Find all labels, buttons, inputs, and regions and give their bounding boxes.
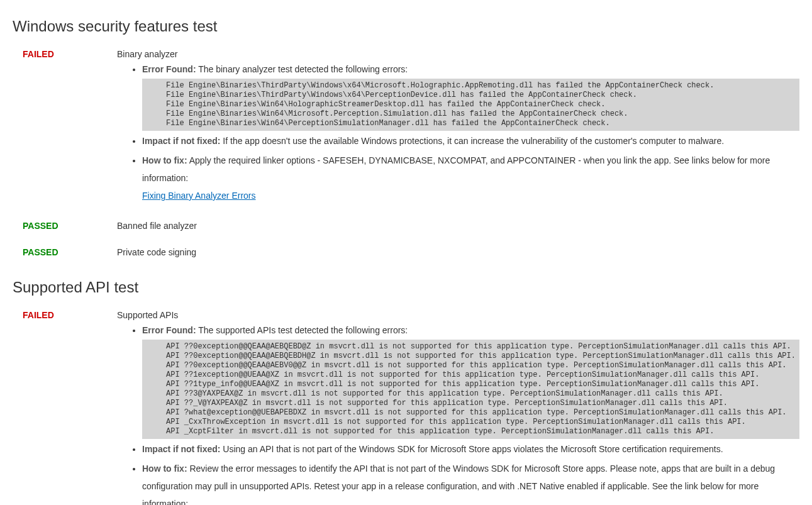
error-line: API _XcptFilter in msvcrt.dll is not sup… — [166, 427, 797, 436]
impact-item: Impact if not fixed: If the app doesn't … — [142, 135, 799, 148]
impact-label: Impact if not fixed: — [142, 444, 220, 454]
error-line: File Engine\Binaries\Win64\Microsoft.Per… — [166, 109, 797, 119]
impact-text: If the app doesn't use the available Win… — [220, 136, 724, 146]
impact-label: Impact if not fixed: — [142, 136, 220, 146]
error-line: File Engine\Binaries\ThirdParty\Windows\… — [166, 91, 797, 100]
how-to-fix-item: How to fix: Apply the required linker op… — [142, 152, 799, 204]
result-row: FAILEDSupported APIsError Found: The sup… — [13, 310, 799, 505]
test-name: Banned file analyzer — [117, 221, 799, 231]
fix-text: Apply the required linker options - SAFE… — [142, 155, 770, 183]
fix-text: Review the error messages to identify th… — [142, 463, 775, 505]
status-badge: PASSED — [13, 221, 117, 231]
error-text: The supported APIs test detected the fol… — [196, 325, 408, 335]
error-line: API ??0exception@@QEAA@AEBQEBDH@Z in msv… — [166, 352, 797, 361]
error-found-item: Error Found: The binary analyzer test de… — [142, 63, 799, 131]
error-line: API ??1type_info@@UEAA@XZ in msvcrt.dll … — [166, 380, 797, 389]
error-label: Error Found: — [142, 325, 196, 335]
error-line: API ??0exception@@QEAA@AEBV0@@Z in msvcr… — [166, 361, 797, 370]
error-line: API ?what@exception@@UEBAPEBDXZ in msvcr… — [166, 408, 797, 418]
status-badge: FAILED — [13, 310, 117, 320]
error-line: API ??0exception@@QEAA@AEBQEBD@Z in msvc… — [166, 342, 797, 352]
result-row: PASSEDBanned file analyzer — [13, 221, 799, 235]
status-badge: PASSED — [13, 247, 117, 257]
fix-link[interactable]: Fixing Binary Analyzer Errors — [142, 191, 256, 201]
error-line: File Engine\Binaries\ThirdParty\Windows\… — [166, 81, 797, 91]
section-title: Supported API test — [13, 279, 799, 296]
result-content: Binary analyzerError Found: The binary a… — [117, 49, 799, 208]
impact-text: Using an API that is not part of the Win… — [220, 444, 723, 454]
error-label: Error Found: — [142, 64, 196, 74]
error-line: File Engine\Binaries\Win64\PerceptionSim… — [166, 119, 797, 128]
error-line: API _CxxThrowException in msvcrt.dll is … — [166, 418, 797, 427]
result-content: Private code signing — [117, 247, 799, 261]
impact-item: Impact if not fixed: Using an API that i… — [142, 443, 799, 456]
result-row: PASSEDPrivate code signing — [13, 247, 799, 261]
result-content: Supported APIsError Found: The supported… — [117, 310, 799, 505]
error-line: API ??1exception@@UEAA@XZ in msvcrt.dll … — [166, 370, 797, 380]
error-code-block: File Engine\Binaries\ThirdParty\Windows\… — [142, 79, 799, 131]
fix-label: How to fix: — [142, 463, 187, 474]
error-text: The binary analyzer test detected the fo… — [196, 64, 408, 74]
result-row: FAILEDBinary analyzerError Found: The bi… — [13, 49, 799, 208]
fix-label: How to fix: — [142, 155, 187, 165]
error-line: File Engine\Binaries\Win64\HolographicSt… — [166, 100, 797, 109]
error-code-block: API ??0exception@@QEAA@AEBQEBD@Z in msvc… — [142, 340, 799, 439]
test-name: Binary analyzer — [117, 49, 799, 59]
section-title: Windows security features test — [13, 18, 799, 35]
how-to-fix-item: How to fix: Review the error messages to… — [142, 460, 799, 505]
error-line: API ??_V@YAXPEAX@Z in msvcrt.dll is not … — [166, 399, 797, 408]
status-badge: FAILED — [13, 49, 117, 59]
test-name: Supported APIs — [117, 310, 799, 320]
result-content: Banned file analyzer — [117, 221, 799, 235]
error-line: API ??3@YAXPEAX@Z in msvcrt.dll is not s… — [166, 389, 797, 399]
test-name: Private code signing — [117, 247, 799, 257]
error-found-item: Error Found: The supported APIs test det… — [142, 324, 799, 439]
